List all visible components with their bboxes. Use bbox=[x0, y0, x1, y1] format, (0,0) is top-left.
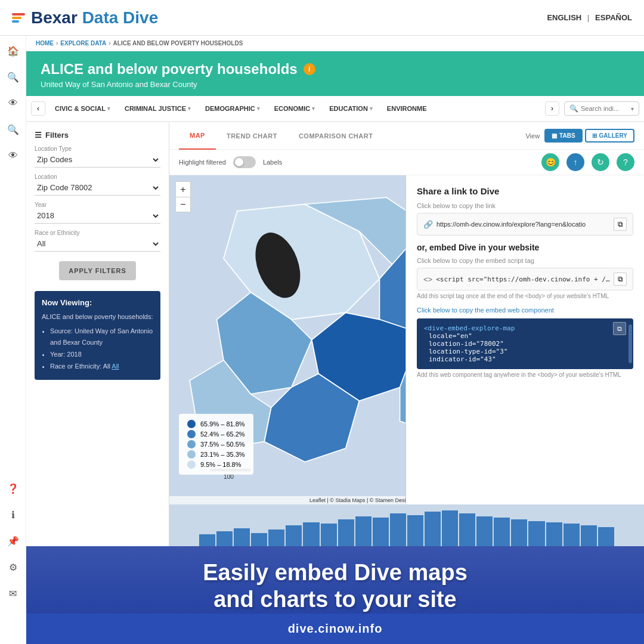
share-link-section: Click below to copy the link 🔗 https://o… bbox=[417, 202, 633, 236]
embed-script-note: Add this script tag once at the end of t… bbox=[417, 293, 633, 299]
now-viewing-panel: Now Viewing: ALICE and below poverty hou… bbox=[35, 291, 160, 380]
cat-nav-environment[interactable]: ENVIRONME bbox=[380, 95, 434, 122]
sidebar-question-icon[interactable]: ❓ bbox=[4, 479, 22, 497]
race-group: Race or Ethnicity All bbox=[35, 230, 160, 252]
location-select[interactable]: Zip Code 78002 bbox=[35, 180, 160, 196]
now-viewing-dataset: ALICE and below poverty households: bbox=[42, 312, 153, 322]
breadcrumb: HOME › EXPLORE DATA › ALICE AND BELOW PO… bbox=[26, 36, 644, 51]
sidebar-pin-icon[interactable]: 📌 bbox=[4, 532, 22, 550]
page-title: ALICE and below poverty households i bbox=[41, 61, 630, 78]
overlay-section: Easily embed Dive maps and charts to you… bbox=[26, 546, 644, 614]
year-label: Year bbox=[35, 202, 160, 208]
gallery-view-button[interactable]: ⊞ GALLERY bbox=[585, 129, 634, 143]
filters-title: ☰ Filters bbox=[35, 131, 160, 140]
copy-component-button[interactable]: ⧉ bbox=[613, 322, 626, 335]
breadcrumb-home[interactable]: HOME bbox=[36, 40, 54, 47]
legend-item-5: 9.5% – 18.8% bbox=[187, 460, 245, 469]
cat-nav-education[interactable]: EDUCATION▾ bbox=[322, 95, 380, 122]
sidebar-info-icon[interactable]: ℹ bbox=[4, 506, 22, 524]
category-nav: ‹ CIVIC & SOCIAL▾ CRIMINAL JUSTICE▾ DEMO… bbox=[26, 96, 644, 122]
component-note: Add this web component tag anywhere in t… bbox=[417, 371, 633, 378]
legend-item-1: 65.9% – 81.8% bbox=[187, 420, 245, 428]
help-btn[interactable]: ? bbox=[617, 153, 634, 171]
sidebar-gear-icon[interactable]: ⚙ bbox=[4, 558, 22, 576]
copy-link-button[interactable]: ⧉ bbox=[614, 218, 627, 231]
footer-url: dive.cinow.info bbox=[288, 622, 383, 635]
now-viewing-race: Race or Ethnicity: All All bbox=[50, 361, 153, 373]
cat-nav-economic[interactable]: ECONOMIC▾ bbox=[267, 95, 323, 122]
lang-switcher: ENGLISH | ESPAÑOL bbox=[547, 13, 632, 22]
share-btn[interactable]: ↑ bbox=[566, 153, 584, 171]
sidebar-eye-icon[interactable]: 👁 bbox=[4, 94, 22, 112]
filters-panel: ☰ Filters Location Type Zip Codes Locati… bbox=[26, 122, 169, 546]
chart-band bbox=[169, 504, 644, 546]
copy-component-link[interactable]: Click below to copy the embed web compon… bbox=[417, 306, 633, 314]
cat-search-box: 🔍 ▾ bbox=[564, 101, 639, 116]
share-url: https://omh-dev.cinow.info/explore?lang=… bbox=[436, 221, 610, 228]
link-icon: 🔗 bbox=[423, 220, 433, 229]
legend-item-2: 52.4% – 65.2% bbox=[187, 430, 245, 438]
map-toolbar: Highlight filtered Labels 😊 ↑ ↻ ? bbox=[169, 150, 644, 175]
tabs-view-button[interactable]: ▦ TABS bbox=[544, 129, 582, 143]
breadcrumb-explore[interactable]: EXPLORE DATA bbox=[60, 40, 106, 47]
highlight-toggle[interactable] bbox=[233, 156, 256, 168]
code-line-2: locale="en" bbox=[424, 332, 626, 340]
sidebar-home-icon[interactable]: 🏠 bbox=[4, 42, 22, 60]
cat-search-input[interactable] bbox=[581, 105, 628, 112]
sidebar-eye2-icon[interactable]: 👁 bbox=[4, 147, 22, 165]
sidebar-search2-icon[interactable]: 🔍 bbox=[4, 120, 22, 138]
location-type-group: Location Type Zip Codes bbox=[35, 145, 160, 168]
race-select[interactable]: All bbox=[35, 236, 160, 252]
sidebar-search-icon[interactable]: 🔍 bbox=[4, 68, 22, 86]
now-viewing-title: Now Viewing: bbox=[42, 298, 153, 307]
code-line-1: <dive-embed-explore-map bbox=[424, 324, 626, 332]
header-subtitle: United Way of San Antonio and Bexar Coun… bbox=[41, 80, 630, 89]
share-popup: Share a link to Dive Click below to copy… bbox=[405, 175, 644, 504]
cat-nav-prev[interactable]: ‹ bbox=[31, 101, 45, 116]
share-title: Share a link to Dive bbox=[417, 186, 633, 196]
zoom-out-button[interactable]: − bbox=[175, 197, 191, 212]
code-line-3: location-id="78002" bbox=[424, 340, 626, 348]
tab-trend[interactable]: TREND CHART bbox=[216, 122, 288, 150]
copy-script-button[interactable]: ⧉ bbox=[614, 273, 627, 286]
sidebar-mail-icon[interactable]: ✉ bbox=[4, 584, 22, 602]
info-icon[interactable]: i bbox=[304, 63, 315, 75]
lang-es-link[interactable]: ESPAÑOL bbox=[595, 13, 632, 22]
tab-comparison[interactable]: COMPARISON CHART bbox=[288, 122, 384, 150]
emoji-btn-1[interactable]: 😊 bbox=[541, 153, 559, 171]
logo-icon bbox=[12, 13, 25, 23]
cat-nav-next[interactable]: › bbox=[545, 101, 559, 116]
race-label: Race or Ethnicity bbox=[35, 230, 160, 236]
tabs-icon: ▦ bbox=[552, 132, 557, 139]
search-dropdown-icon[interactable]: ▾ bbox=[631, 106, 634, 112]
header-band: ALICE and below poverty households i Uni… bbox=[26, 51, 644, 96]
logo-text: Bexar Data Dive bbox=[31, 8, 158, 27]
embed-divider: or, embed Dive in your website bbox=[417, 243, 633, 252]
cat-nav-criminal[interactable]: CRIMINAL JUSTICE▾ bbox=[117, 95, 198, 122]
tabs-row: MAP TREND CHART COMPARISON CHART View ▦ … bbox=[169, 122, 644, 150]
year-group: Year 2018 bbox=[35, 202, 160, 224]
footer-url-band: dive.cinow.info bbox=[26, 614, 644, 644]
location-label: Location bbox=[35, 174, 160, 180]
logo-area: Bexar Data Dive bbox=[12, 8, 158, 27]
map-container: Castroville 100 + − 65.9% – 81.8% bbox=[169, 175, 644, 504]
location-type-select[interactable]: Zip Codes bbox=[35, 152, 160, 168]
legend-item-4: 23.1% – 35.3% bbox=[187, 450, 245, 459]
refresh-btn[interactable]: ↻ bbox=[592, 153, 609, 171]
search-icon: 🔍 bbox=[569, 104, 578, 113]
breadcrumb-current: ALICE AND BELOW POVERTY HOUSEHOLDS bbox=[113, 40, 243, 47]
map-legend: 65.9% – 81.8% 52.4% – 65.2% 37.5% – 50.5… bbox=[179, 414, 253, 475]
embed-script-label: Click below to copy the embed script tag bbox=[417, 257, 633, 264]
apply-filters-button[interactable]: APPLY FILTERS bbox=[59, 261, 136, 280]
lang-en-link[interactable]: ENGLISH bbox=[547, 13, 581, 22]
now-viewing-year: Year: 2018 bbox=[50, 349, 153, 361]
code-scrollbar[interactable] bbox=[628, 324, 632, 363]
code-line-5: indicator-id="43" bbox=[424, 355, 626, 363]
cat-nav-demographic[interactable]: DEMOGRAPHIC▾ bbox=[198, 95, 267, 122]
view-label: View bbox=[525, 132, 540, 140]
gallery-icon: ⊞ bbox=[592, 132, 597, 139]
tab-map[interactable]: MAP bbox=[179, 122, 216, 150]
year-select[interactable]: 2018 bbox=[35, 208, 160, 224]
zoom-in-button[interactable]: + bbox=[175, 181, 191, 197]
cat-nav-civic[interactable]: CIVIC & SOCIAL▾ bbox=[48, 95, 117, 122]
